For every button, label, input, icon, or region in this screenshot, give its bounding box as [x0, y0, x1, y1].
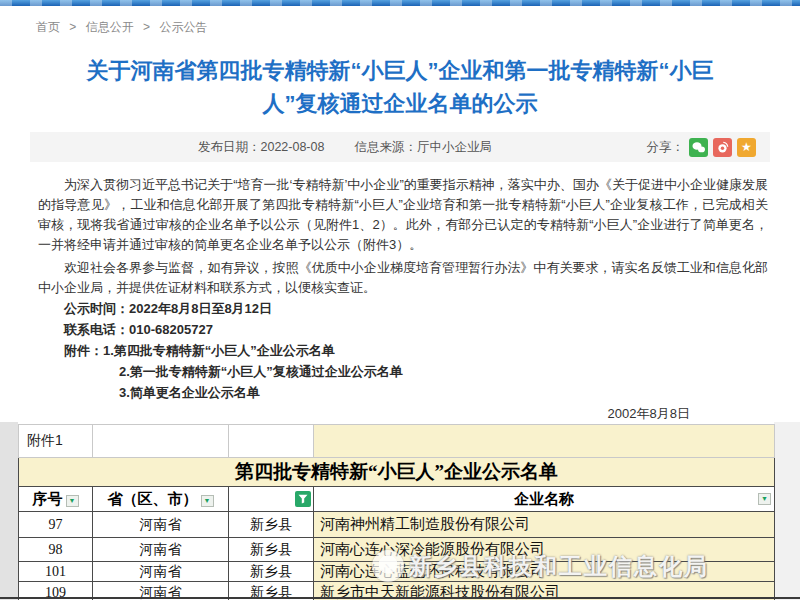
attachments-label: 附件：: [64, 343, 103, 358]
company-cell: 河南心连心深冷能源股份有限公司: [314, 538, 775, 562]
attachment-sheet: 附件1 第四批专精特新“小巨人”企业公示名单 序号▼ 省（区、市）▼ 企业名称▼: [0, 422, 800, 600]
column-header-serial: 序号▼: [19, 487, 93, 512]
company-table: 附件1 第四批专精特新“小巨人”企业公示名单 序号▼ 省（区、市）▼ 企业名称▼: [18, 424, 775, 600]
table-row: 97 河南省 新乡县 河南神州精工制造股份有限公司: [19, 512, 775, 538]
table-title: 第四批专精特新“小巨人”企业公示名单: [19, 458, 775, 487]
column-header-company: 企业名称▼: [314, 487, 775, 512]
table-title-row: 第四批专精特新“小巨人”企业公示名单: [19, 458, 775, 487]
sheet-label-row: 附件1: [19, 425, 775, 458]
publish-date: 发布日期：2022-08-08: [198, 139, 324, 156]
county-cell: 新乡县: [229, 562, 314, 582]
top-nav-bar: [0, 0, 800, 6]
province-cell: 河南省: [93, 538, 229, 562]
sheet-left-margin: [0, 422, 18, 600]
company-cell: 河南心连心蓝色环保科技有限公司: [314, 562, 775, 582]
paragraph-2: 欢迎社会各界参与监督，如有异议，按照《优质中小企业梯度培育管理暂行办法》中有关要…: [38, 258, 768, 298]
share-label: 分享：: [647, 139, 685, 156]
column-header-city: [229, 487, 314, 512]
breadcrumb-separator: >: [69, 20, 76, 34]
sheet-bottom-edge: [0, 597, 800, 599]
table-row: 98 河南省 新乡县 河南心连心深冷能源股份有限公司: [19, 538, 775, 562]
attachment-link-1[interactable]: 1.第四批专精特新“小巨人”企业公示名单: [103, 343, 335, 358]
breadcrumb-link-info-disclosure[interactable]: 信息公开: [86, 20, 134, 34]
breadcrumb-link-public-notice[interactable]: 公示公告: [159, 20, 207, 34]
contact-phone: 联系电话：010-68205727: [38, 319, 768, 340]
table-header-row: 序号▼ 省（区、市）▼ 企业名称▼: [19, 487, 775, 512]
sheet-corner-label: 附件1: [19, 425, 93, 458]
county-cell: 新乡县: [229, 538, 314, 562]
weibo-share-icon[interactable]: [713, 138, 732, 157]
sign-date: 2002年8月8日: [38, 403, 768, 424]
filter-dropdown-icon[interactable]: ▼: [758, 493, 771, 505]
share-toolbar: 分享： ★: [647, 138, 757, 157]
page-title: 关于河南省第四批专精特新“小巨人”企业和第一批专精特新“小巨人”复核通过企业名单…: [76, 54, 724, 120]
sheet-right-margin: [774, 422, 800, 600]
breadcrumb: 首页 > 信息公开 > 公示公告: [36, 19, 800, 36]
info-source: 信息来源：厅中小企业局: [354, 139, 492, 156]
county-cell: 新乡县: [229, 512, 314, 538]
filter-dropdown-icon[interactable]: ▼: [66, 495, 79, 507]
publicity-time: 公示时间：2022年8月8日至8月12日: [38, 298, 768, 319]
province-cell: 河南省: [93, 512, 229, 538]
breadcrumb-link-home[interactable]: 首页: [36, 20, 60, 34]
table-row: 101 河南省 新乡县 河南心连心蓝色环保科技有限公司: [19, 562, 775, 582]
attachment-link-2[interactable]: 2.第一批专精特新“小巨人”复核通过企业公示名单: [119, 364, 403, 379]
company-cell: 河南神州精工制造股份有限公司: [314, 512, 775, 538]
attachment-link-3[interactable]: 3.简单更名企业公示名单: [119, 385, 260, 400]
column-header-province: 省（区、市）▼: [93, 487, 229, 512]
article-body: 为深入贯彻习近平总书记关于“培育一批‘专精特新’中小企业”的重要指示精神，落实中…: [38, 175, 768, 424]
serial-cell: 97: [19, 512, 93, 538]
province-cell: 河南省: [93, 562, 229, 582]
favorite-star-icon[interactable]: ★: [737, 138, 756, 157]
filter-dropdown-icon[interactable]: ▼: [201, 495, 214, 507]
breadcrumb-separator: >: [143, 20, 150, 34]
paragraph-1: 为深入贯彻习近平总书记关于“培育一批‘专精特新’中小企业”的重要指示精神，落实中…: [38, 175, 768, 255]
filter-funnel-icon[interactable]: [295, 491, 311, 507]
wechat-share-icon[interactable]: [689, 138, 708, 157]
serial-cell: 101: [19, 562, 93, 582]
meta-bar: 发布日期：2022-08-08 信息来源：厅中小企业局 分享： ★: [30, 132, 770, 162]
serial-cell: 98: [19, 538, 93, 562]
